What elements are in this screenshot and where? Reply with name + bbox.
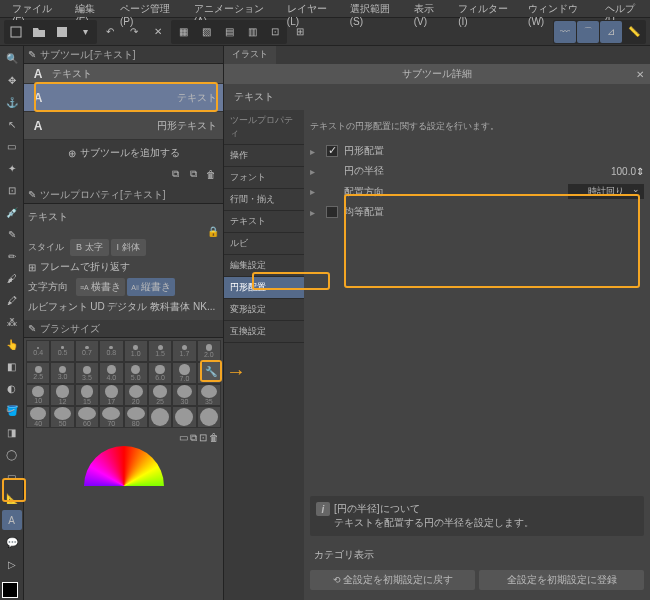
trash-icon[interactable]: 🗑 (203, 166, 219, 182)
save-icon[interactable] (51, 21, 73, 43)
brush-opt1-icon[interactable]: ▭ (179, 432, 188, 444)
italic-button[interactable]: I 斜体 (111, 239, 146, 256)
menu-help[interactable]: ヘルプ(H (599, 0, 651, 17)
plus-icon[interactable]: ⊞ (28, 262, 36, 273)
color-wheel[interactable] (24, 446, 223, 486)
vector-icon[interactable]: ▷ (2, 554, 22, 574)
grid4-icon[interactable]: ▥ (241, 21, 263, 43)
menu-anim[interactable]: アニメーション(A) (188, 0, 281, 17)
expand-icon[interactable]: ▸ (310, 146, 320, 157)
spray-icon[interactable]: ⁂ (2, 312, 22, 332)
brush-trash-icon[interactable]: 🗑 (209, 432, 219, 444)
brush-size[interactable] (172, 406, 196, 428)
undo-icon[interactable]: ↶ (99, 21, 121, 43)
text-tool-icon[interactable]: A (2, 510, 22, 530)
brush-size[interactable]: 60 (75, 406, 99, 428)
cat-変形設定[interactable]: 変形設定 (224, 299, 304, 321)
brush-size[interactable]: 1.0 (124, 340, 148, 362)
chevron-down-icon[interactable]: ▾ (74, 21, 96, 43)
even-checkbox[interactable] (326, 206, 338, 218)
menu-window[interactable]: ウィンドウ(W) (522, 0, 598, 17)
brush-opt2-icon[interactable]: ⧉ (190, 432, 197, 444)
brush-size[interactable]: 35 (197, 384, 221, 406)
folder-icon[interactable] (28, 21, 50, 43)
fg-color-swatch[interactable] (2, 582, 18, 598)
curve3-icon[interactable]: ⊿ (600, 21, 622, 43)
menu-page[interactable]: ページ管理(P) (114, 0, 188, 17)
brush-size[interactable]: 10 (26, 384, 50, 406)
gradient-icon[interactable]: ◨ (2, 422, 22, 442)
yoko-button[interactable]: ≡A 横書き (76, 278, 125, 296)
eraser-icon[interactable]: ◧ (2, 356, 22, 376)
fill-icon[interactable]: 🪣 (2, 400, 22, 420)
brush-size[interactable]: 15 (75, 384, 99, 406)
cat-操作[interactable]: 操作 (224, 145, 304, 167)
cat-フォント[interactable]: フォント (224, 167, 304, 189)
brush-size[interactable]: 25 (148, 384, 172, 406)
copy2-icon[interactable]: ⧉ (185, 166, 201, 182)
arrow-icon[interactable]: ↖ (2, 114, 22, 134)
new-icon[interactable] (5, 21, 27, 43)
brush-size[interactable]: 7.0 (172, 362, 196, 384)
cat-編集設定[interactable]: 編集設定 (224, 255, 304, 277)
cat-ルビ[interactable]: ルビ (224, 233, 304, 255)
brush-size[interactable]: 12 (50, 384, 74, 406)
ruler-icon[interactable]: 📏 (623, 21, 645, 43)
brush2-icon[interactable]: 🖍 (2, 290, 22, 310)
brush-size[interactable]: 80 (124, 406, 148, 428)
brush-size[interactable]: 0.4 (26, 340, 50, 362)
subtool-item-text[interactable]: A テキスト (24, 84, 223, 112)
wrench-icon[interactable]: 🔧 (202, 362, 220, 380)
brush-size[interactable]: 6.0 (148, 362, 172, 384)
brush-size[interactable]: 0.5 (50, 340, 74, 362)
cat-円形配置[interactable]: 円形配置 (224, 277, 304, 299)
pen-icon[interactable]: ✎ (2, 224, 22, 244)
brush-size[interactable]: 20 (124, 384, 148, 406)
direction-dropdown[interactable]: 時計回り (568, 184, 644, 199)
menu-select[interactable]: 選択範囲(S) (344, 0, 408, 17)
brush-size[interactable]: 2.0 (197, 340, 221, 362)
anchor-icon[interactable]: ⚓ (2, 92, 22, 112)
curve2-icon[interactable]: ⌒ (577, 21, 599, 43)
brush-size[interactable]: 0.8 (99, 340, 123, 362)
register-button[interactable]: 全設定を初期設定に登録 (479, 570, 644, 590)
magnify-icon[interactable]: 🔍 (2, 48, 22, 68)
marquee-icon[interactable]: ▭ (2, 136, 22, 156)
brush-size[interactable]: 3.0 (50, 362, 74, 384)
reset-button[interactable]: ⟲ 全設定を初期設定に戻す (310, 570, 475, 590)
menu-filter[interactable]: フィルター(I) (452, 0, 522, 17)
grid2-icon[interactable]: ▧ (195, 21, 217, 43)
brush-size[interactable]: 3.5 (75, 362, 99, 384)
expand-icon[interactable]: ▸ (310, 207, 320, 218)
brush-size[interactable]: 1.5 (148, 340, 172, 362)
expand-icon[interactable]: ▸ (310, 166, 320, 177)
move-icon[interactable]: ✥ (2, 70, 22, 90)
grid5-icon[interactable]: ⊡ (264, 21, 286, 43)
pencil-icon[interactable]: ✏ (2, 246, 22, 266)
enkei-checkbox[interactable] (326, 145, 338, 157)
brush-size[interactable]: 2.5 (26, 362, 50, 384)
wand-icon[interactable]: ✦ (2, 158, 22, 178)
expand-icon[interactable]: ▸ (310, 186, 320, 197)
snap-icon[interactable]: ⊞ (289, 21, 311, 43)
brush-size[interactable]: 50 (50, 406, 74, 428)
cat-互換設定[interactable]: 互換設定 (224, 321, 304, 343)
menu-file[interactable]: ファイル(F) (6, 0, 69, 17)
subtool-header[interactable]: A テキスト (24, 64, 223, 84)
frame-icon[interactable]: ▭ (2, 466, 22, 486)
brush-size[interactable] (197, 406, 221, 428)
brush-icon[interactable]: 🖌 (2, 268, 22, 288)
eyedropper-icon[interactable]: 💉 (2, 202, 22, 222)
lock-icon[interactable]: 🔒 (207, 226, 219, 237)
bold-button[interactable]: B 太字 (70, 239, 109, 256)
delete-icon[interactable]: ✕ (147, 21, 169, 43)
cat-テキスト[interactable]: テキスト (224, 211, 304, 233)
grid1-icon[interactable]: ▦ (172, 21, 194, 43)
curve1-icon[interactable]: 〰 (554, 21, 576, 43)
brush-size[interactable]: 17 (99, 384, 123, 406)
subtool-item-circle-text[interactable]: A 円形テキスト (24, 112, 223, 140)
menu-layer[interactable]: レイヤー(L) (281, 0, 344, 17)
smudge-icon[interactable]: 👆 (2, 334, 22, 354)
brush-size[interactable] (148, 406, 172, 428)
close-icon[interactable]: ✕ (636, 69, 644, 80)
